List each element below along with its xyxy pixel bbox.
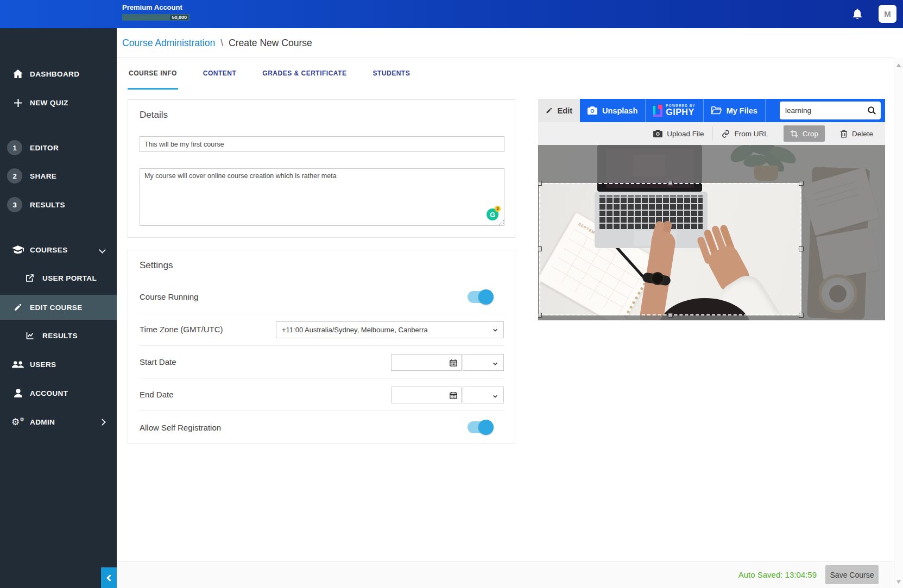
- chevron-down-icon: [492, 361, 498, 366]
- user-icon: [11, 389, 25, 397]
- delete-button[interactable]: Delete: [831, 127, 882, 141]
- self-registration-toggle[interactable]: [468, 421, 492, 433]
- settings-card: Settings Course Running Time Zone (GMT/U…: [128, 250, 515, 444]
- time-zone-label: Time Zone (GMT/UTC): [140, 325, 223, 334]
- self-registration-label: Allow Self Registration: [140, 423, 221, 432]
- sidebar-item-edit-course[interactable]: EDIT COURSE: [0, 295, 117, 320]
- time-zone-value: +11:00 Australia/Sydney, Melbourne, Canb…: [282, 326, 428, 334]
- media-tab-my-files[interactable]: My Files: [704, 99, 766, 122]
- crop-handle-ne[interactable]: [799, 181, 804, 186]
- chevron-left-icon: [106, 574, 113, 581]
- sidebar-item-new-quiz[interactable]: NEW QUIZ: [0, 91, 117, 115]
- crop-handle-n[interactable]: [668, 181, 673, 186]
- breadcrumb: Course Administration \ Create New Cours…: [117, 28, 894, 58]
- plus-icon: [11, 99, 25, 107]
- media-tab-unsplash[interactable]: Unsplash: [580, 99, 646, 122]
- sidebar-item-courses[interactable]: COURSES: [0, 238, 117, 262]
- self-registration-row: Allow Self Registration: [140, 411, 504, 444]
- chevron-down-icon: [492, 327, 498, 333]
- toggle-knob: [478, 289, 494, 305]
- search-icon[interactable]: [867, 106, 876, 115]
- graduation-cap-icon: [11, 245, 25, 254]
- sidebar-collapse-button[interactable]: [101, 567, 117, 588]
- scrollbar-up-arrow[interactable]: [896, 64, 901, 67]
- tab-course-info[interactable]: COURSE INFO: [128, 58, 178, 90]
- giphy-mark-icon: [653, 105, 662, 117]
- crop-dim-overlay: [538, 145, 885, 183]
- start-time-select[interactable]: [463, 354, 504, 371]
- sidebar-item-users[interactable]: USERS: [0, 352, 117, 376]
- crop-handle-nw[interactable]: [538, 181, 542, 186]
- sidebar-item-editor[interactable]: 1 EDITOR: [0, 136, 117, 160]
- autosave-status: Auto Saved: 13:04:59: [738, 570, 817, 579]
- page-scrollbar[interactable]: [894, 58, 903, 588]
- sidebar-item-admin[interactable]: ⚙⚙ ADMIN: [0, 410, 117, 434]
- tab-content[interactable]: CONTENT: [202, 58, 238, 90]
- crop-handle-w[interactable]: [538, 246, 542, 251]
- trash-icon: [840, 130, 848, 138]
- tab-students[interactable]: STUDENTS: [371, 58, 411, 90]
- premium-account-label: Premium Account: [122, 3, 190, 11]
- crop-selection[interactable]: [539, 183, 801, 315]
- footer-bar: Auto Saved: 13:04:59 Save Course: [117, 561, 894, 588]
- upload-file-button[interactable]: Upload File: [645, 127, 712, 141]
- camera-icon: [588, 106, 597, 115]
- crop-button[interactable]: Crop: [784, 125, 825, 142]
- crop-handle-e[interactable]: [799, 246, 804, 251]
- media-tab-bar: Edit Unsplash POWERED BY GIPHY My Files: [538, 99, 885, 122]
- premium-account: Premium Account 50,000: [122, 3, 190, 21]
- calendar-icon: [450, 391, 457, 399]
- end-time-select[interactable]: [463, 387, 504, 403]
- start-date-input[interactable]: [391, 354, 462, 371]
- course-description-textarea[interactable]: My course will cover online course creat…: [140, 168, 504, 226]
- toggle-knob: [478, 420, 494, 435]
- details-card: Details My course will cover online cour…: [128, 99, 515, 238]
- grammarly-icon[interactable]: G2: [487, 208, 498, 220]
- course-running-row: Course Running: [140, 281, 504, 313]
- calendar-icon: [450, 359, 457, 366]
- time-zone-select[interactable]: +11:00 Australia/Sydney, Melbourne, Canb…: [276, 321, 504, 338]
- pencil-icon: [11, 303, 25, 312]
- sidebar-item-results[interactable]: 3 RESULTS: [0, 193, 117, 217]
- end-date-input[interactable]: [391, 387, 462, 403]
- premium-progress-bar: 50,000: [122, 14, 190, 21]
- step-2-badge: 2: [7, 168, 22, 184]
- image-crop-canvas[interactable]: SEPTEMBER: [538, 145, 885, 320]
- media-tab-edit[interactable]: Edit: [538, 99, 580, 122]
- folder-open-icon: [711, 106, 722, 115]
- crop-handle-sw[interactable]: [538, 313, 542, 318]
- sidebar-item-user-portal[interactable]: USER PORTAL: [0, 266, 117, 290]
- breadcrumb-link-course-administration[interactable]: Course Administration: [122, 37, 215, 49]
- step-1-badge: 1: [7, 140, 22, 155]
- media-search-box: [780, 102, 881, 119]
- breadcrumb-current-page: Create New Course: [229, 37, 312, 49]
- link-icon: [722, 130, 730, 138]
- course-title-input[interactable]: [140, 136, 504, 152]
- course-running-label: Course Running: [140, 292, 198, 301]
- sidebar-item-results-sub[interactable]: RESULTS: [0, 324, 117, 347]
- settings-title: Settings: [140, 260, 173, 271]
- media-tab-giphy[interactable]: POWERED BY GIPHY: [646, 99, 703, 122]
- sidebar-item-dashboard[interactable]: DASHBOARD: [0, 62, 117, 86]
- end-date-row: End Date: [140, 378, 504, 411]
- tab-grades-certificate[interactable]: GRADES & CERTIFICATE: [261, 58, 348, 90]
- course-running-toggle[interactable]: [468, 291, 492, 303]
- sidebar-item-share[interactable]: 2 SHARE: [0, 164, 117, 188]
- chevron-down-icon: [492, 394, 498, 399]
- save-course-button[interactable]: Save Course: [825, 565, 879, 584]
- from-url-button[interactable]: From URL: [712, 127, 776, 141]
- sidebar: DASHBOARD NEW QUIZ 1 EDITOR 2 SHARE 3 RE…: [0, 28, 117, 588]
- users-icon: [11, 361, 25, 369]
- premium-count: 50,000: [170, 15, 188, 20]
- chart-line-icon: [23, 331, 37, 340]
- avatar[interactable]: M: [879, 5, 896, 23]
- media-search-input[interactable]: [780, 102, 881, 119]
- crop-handle-s[interactable]: [668, 313, 673, 318]
- crop-handle-se[interactable]: [799, 313, 804, 318]
- notifications-bell-icon[interactable]: [851, 7, 864, 21]
- textarea-resize-handle[interactable]: [499, 220, 504, 225]
- topbar: Premium Account 50,000 M: [0, 0, 903, 28]
- sidebar-item-account[interactable]: ACCOUNT: [0, 381, 117, 405]
- end-date-label: End Date: [140, 390, 174, 399]
- scrollbar-down-arrow[interactable]: [896, 580, 901, 584]
